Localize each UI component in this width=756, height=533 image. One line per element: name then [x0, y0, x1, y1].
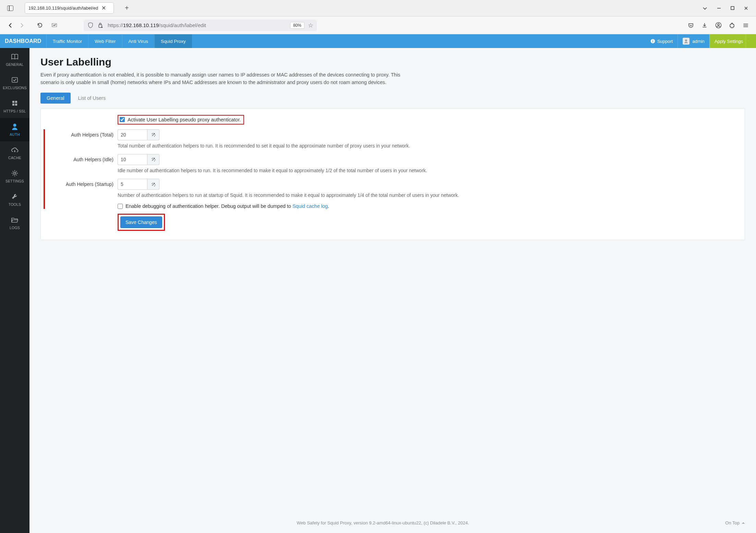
squid-cache-log-link[interactable]: Squid cache log [292, 203, 328, 209]
on-top-link[interactable]: On Top [725, 520, 745, 525]
wrench-icon [10, 193, 19, 200]
nav-web-filter[interactable]: Web Filter [88, 34, 122, 48]
sidebar-item-exclusions[interactable]: EXCLUSIONS [0, 71, 29, 95]
check-square-icon [10, 76, 19, 84]
sidebar: GENERAL EXCLUSIONS HTTPS / SSL AUTH CACH… [0, 48, 29, 533]
total-label: Auth Helpers (Total) [48, 129, 113, 138]
url-bar[interactable]: https://192.168.10.119/squid/auth/label/… [84, 20, 317, 31]
save-button[interactable]: Save Changes [120, 216, 162, 228]
activate-highlight: Activate User Labelling pseudo proxy aut… [118, 115, 244, 125]
pocket-icon[interactable] [687, 22, 694, 29]
screenshot-icon[interactable] [51, 22, 58, 29]
hamburger-menu-icon[interactable] [742, 22, 749, 29]
total-input[interactable] [118, 129, 147, 140]
tab-list-of-users[interactable]: List of Users [72, 93, 112, 104]
gear-icon [10, 169, 19, 177]
tab-label: 192.168.10.119/squid/auth/label/ed [28, 5, 98, 11]
sidebar-toggle-icon[interactable] [7, 5, 14, 12]
bookmark-star-icon[interactable]: ☆ [308, 22, 313, 29]
idle-magicwand-icon[interactable] [147, 154, 159, 165]
svg-point-5 [718, 24, 719, 25]
svg-rect-13 [15, 104, 17, 106]
primary-nav: Traffic Monitor Web Filter Anti Virus Sq… [46, 34, 192, 48]
close-button[interactable] [744, 6, 748, 11]
svg-text:i: i [652, 39, 653, 43]
info-icon: i [650, 39, 655, 44]
total-help: Total number of authentication helpers t… [118, 142, 737, 149]
save-highlight: Save Changes [118, 214, 165, 231]
startup-magicwand-icon[interactable] [147, 179, 159, 190]
support-link[interactable]: i Support [646, 34, 678, 48]
tab-close-icon[interactable]: ✕ [101, 5, 106, 11]
reload-button[interactable] [36, 22, 43, 29]
shield-icon [87, 22, 94, 29]
content-tabs: General List of Users [40, 93, 745, 104]
page-lead: Even if proxy authentication is not enab… [40, 71, 418, 86]
chevron-down-icon[interactable] [702, 5, 708, 11]
footer-text: Web Safety for Squid Proxy, version 9.2-… [40, 520, 725, 525]
total-magicwand-icon[interactable] [147, 129, 159, 140]
page-title: User Labelling [40, 56, 745, 68]
idle-help: Idle number of authentication helpers to… [118, 167, 737, 174]
sidebar-item-logs[interactable]: LOGS [0, 211, 29, 235]
lock-warning-icon [97, 22, 104, 29]
main-content: User Labelling Even if proxy authenticat… [29, 48, 756, 533]
minimize-button[interactable] [717, 6, 721, 11]
svg-point-14 [13, 124, 16, 127]
user-menu[interactable]: admin [677, 34, 709, 48]
browser-titlebar: 192.168.10.119/squid/auth/label/ed ✕ + [0, 0, 756, 16]
nav-traffic-monitor[interactable]: Traffic Monitor [46, 34, 88, 48]
brand[interactable]: DASHBOARD [0, 34, 46, 48]
debug-checkbox-row[interactable]: Enable debugging of authentication helpe… [118, 203, 737, 209]
svg-rect-12 [12, 104, 14, 106]
page-footer: Web Safety for Squid Proxy, version 9.2-… [40, 515, 745, 533]
startup-label: Auth Helpers (Startup) [48, 179, 113, 187]
nav-anti-virus[interactable]: Anti Virus [122, 34, 155, 48]
tab-general[interactable]: General [40, 93, 71, 104]
idle-input[interactable] [118, 154, 147, 165]
chevron-up-icon [742, 521, 745, 525]
folder-open-icon [10, 216, 19, 224]
nav-squid-proxy[interactable]: Squid Proxy [154, 34, 192, 48]
sidebar-item-general[interactable]: GENERAL [0, 48, 29, 71]
svg-rect-10 [12, 101, 14, 103]
browser-tab[interactable]: 192.168.10.119/squid/auth/label/ed ✕ [25, 2, 114, 14]
idle-label: Auth Helpers (Idle) [48, 154, 113, 162]
back-button[interactable] [7, 22, 14, 29]
svg-point-15 [14, 172, 16, 174]
user-icon [10, 123, 19, 130]
settings-panel: Activate User Labelling pseudo proxy aut… [40, 108, 745, 240]
svg-rect-9 [12, 78, 17, 82]
grid-icon [10, 99, 19, 107]
maximize-button[interactable] [730, 6, 735, 10]
startup-help: Number of authentication helpers to run … [118, 192, 737, 199]
forward-button [19, 22, 25, 29]
debug-checkbox[interactable] [118, 204, 123, 209]
apply-settings-button[interactable]: Apply Settings [709, 34, 756, 48]
avatar-icon [683, 38, 689, 45]
new-tab-button[interactable]: + [125, 4, 129, 12]
url-text: https://192.168.10.119/squid/auth/label/… [108, 22, 287, 28]
browser-urlbar-row: https://192.168.10.119/squid/auth/label/… [0, 16, 756, 34]
download-icon[interactable] [701, 22, 708, 29]
zoom-badge[interactable]: 80% [290, 22, 304, 29]
activate-checkbox[interactable] [120, 117, 125, 122]
sidebar-item-tools[interactable]: TOOLS [0, 188, 29, 211]
svg-rect-11 [15, 101, 17, 103]
startup-input[interactable] [118, 179, 147, 190]
book-icon [10, 53, 19, 60]
extensions-icon[interactable] [729, 22, 735, 29]
apply-dropdown-icon[interactable] [746, 34, 751, 48]
sidebar-item-settings[interactable]: SETTINGS [0, 165, 29, 188]
svg-rect-1 [731, 7, 734, 10]
sidebar-item-https-ssl[interactable]: HTTPS / SSL [0, 95, 29, 118]
account-icon[interactable] [715, 22, 722, 29]
sidebar-item-cache[interactable]: CACHE [0, 141, 29, 165]
app-header: DASHBOARD Traffic Monitor Web Filter Ant… [0, 34, 756, 48]
cloud-download-icon [10, 146, 19, 154]
activate-checkbox-row[interactable]: Activate User Labelling pseudo proxy aut… [120, 117, 241, 122]
sidebar-item-auth[interactable]: AUTH [0, 118, 29, 141]
svg-point-8 [685, 39, 687, 42]
